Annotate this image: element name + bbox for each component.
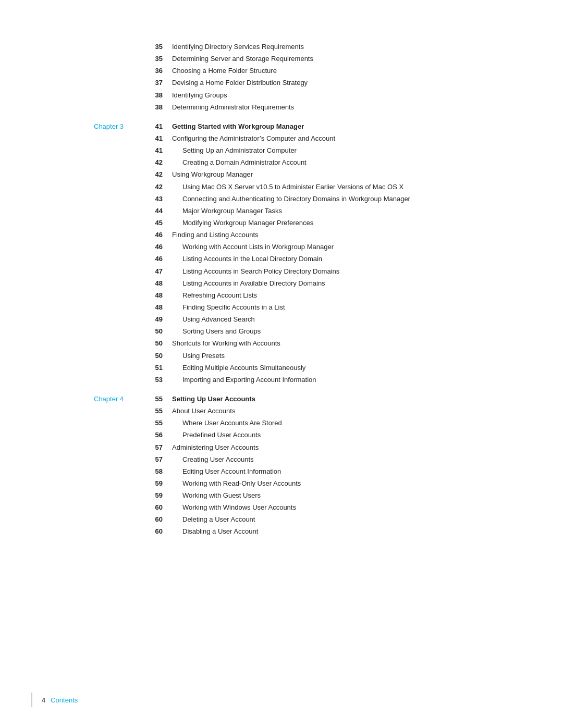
toc-entry-title: Working with Read-Only User Accounts	[172, 478, 469, 489]
chapter-label: Chapter 4	[94, 394, 146, 404]
toc-entry-title: Finding and Listing Accounts	[172, 230, 469, 240]
page-number: 46	[146, 230, 172, 240]
page-number: 57	[146, 454, 172, 465]
section-spacer	[94, 114, 469, 121]
toc-row: 45Modifying Workgroup Manager Preference…	[94, 218, 469, 228]
toc-row: 60Working with Windows User Accounts	[94, 502, 469, 513]
toc-row: 44Major Workgroup Manager Tasks	[94, 206, 469, 216]
page-number: 38	[146, 102, 172, 113]
toc-entry-title: Disabling a User Account	[172, 526, 469, 537]
toc-entry-title: Major Workgroup Manager Tasks	[172, 206, 469, 216]
toc-entry-title: Listing Accounts in Available Directory …	[172, 278, 469, 289]
page-number: 48	[146, 278, 172, 289]
toc-entry-title: Where User Accounts Are Stored	[172, 418, 469, 428]
toc-entry-title: Deleting a User Account	[172, 514, 469, 525]
toc-entry-title: Creating User Accounts	[172, 454, 469, 465]
page-number: 41	[146, 133, 172, 144]
toc-row: Chapter 455Setting Up User Accounts	[94, 394, 469, 404]
page-number: 55	[146, 406, 172, 416]
page-number: 58	[146, 466, 172, 477]
page-number: 53	[146, 375, 172, 385]
toc-row: 60Disabling a User Account	[94, 526, 469, 537]
toc-entry-title: Determining Server and Storage Requireme…	[172, 54, 469, 64]
toc-row: 60Deleting a User Account	[94, 514, 469, 525]
toc-row: 57Administering User Accounts	[94, 442, 469, 453]
toc-row: 42Using Workgroup Manager	[94, 169, 469, 180]
page-number: 55	[146, 418, 172, 428]
toc-row: 56Predefined User Accounts	[94, 430, 469, 440]
toc-entry-title: Using Presets	[172, 351, 469, 361]
page-number: 38	[146, 90, 172, 101]
toc-entry-title: Identifying Directory Services Requireme…	[172, 42, 469, 52]
toc-entry-title: Importing and Exporting Account Informat…	[172, 375, 469, 385]
toc-row: 35Identifying Directory Services Require…	[94, 42, 469, 52]
toc-row: 46Finding and Listing Accounts	[94, 230, 469, 240]
toc-entry-title: Determining Administrator Requirements	[172, 102, 469, 113]
toc-row: 42Creating a Domain Administrator Accoun…	[94, 157, 469, 168]
chapter-label: Chapter 3	[94, 121, 146, 132]
toc-entry-title: Administering User Accounts	[172, 442, 469, 453]
page-number: 59	[146, 478, 172, 489]
toc-row: 35Determining Server and Storage Require…	[94, 54, 469, 64]
page-number: 48	[146, 302, 172, 313]
toc-row: 48Refreshing Account Lists	[94, 290, 469, 301]
toc-row: 36Choosing a Home Folder Structure	[94, 66, 469, 76]
footer-divider	[31, 693, 32, 707]
toc-row: 55About User Accounts	[94, 406, 469, 416]
page-number: 60	[146, 526, 172, 537]
page-number: 49	[146, 314, 172, 325]
toc-row: 41Configuring the Administrator’s Comput…	[94, 133, 469, 144]
toc-entry-title: Configuring the Administrator’s Computer…	[172, 133, 469, 144]
toc-entry-title: Sorting Users and Groups	[172, 326, 469, 337]
page-number: 57	[146, 442, 172, 453]
toc-row: 55Where User Accounts Are Stored	[94, 418, 469, 428]
page-number: 56	[146, 430, 172, 440]
toc-row: 50Using Presets	[94, 351, 469, 361]
page-number: 41	[146, 145, 172, 156]
toc-entry-title: Modifying Workgroup Manager Preferences	[172, 218, 469, 228]
toc-row: 42Using Mac OS X Server v10.5 to Adminis…	[94, 182, 469, 192]
page-number: 41	[146, 121, 172, 132]
toc-row: 43Connecting and Authenticating to Direc…	[94, 194, 469, 204]
page-number: 36	[146, 66, 172, 76]
toc-row: 48Finding Specific Accounts in a List	[94, 302, 469, 313]
toc-entry-title: Connecting and Authenticating to Directo…	[172, 194, 469, 204]
page-number: 60	[146, 514, 172, 525]
footer: 4 Contents	[0, 693, 563, 707]
toc-entry-title: Creating a Domain Administrator Account	[172, 157, 469, 168]
toc-entry-title: Using Advanced Search	[172, 314, 469, 325]
toc-entry-title: Shortcuts for Working with Accounts	[172, 338, 469, 349]
page-number: 44	[146, 206, 172, 216]
page-number: 35	[146, 42, 172, 52]
toc-table: 35Identifying Directory Services Require…	[94, 42, 469, 537]
toc-entry-title: Refreshing Account Lists	[172, 290, 469, 301]
toc-row: 53Importing and Exporting Account Inform…	[94, 375, 469, 385]
toc-entry-title: Predefined User Accounts	[172, 430, 469, 440]
page-number: 43	[146, 194, 172, 204]
page-number: 50	[146, 351, 172, 361]
page-number: 60	[146, 502, 172, 513]
page-number: 35	[146, 54, 172, 64]
page-number: 59	[146, 490, 172, 501]
toc-entry-title: Devising a Home Folder Distribution Stra…	[172, 78, 469, 88]
toc-entry-title: Editing Multiple Accounts Simultaneously	[172, 363, 469, 373]
toc-entry-title: Listing Accounts in Search Policy Direct…	[172, 266, 469, 277]
footer-section-title: Contents	[51, 696, 78, 704]
page-number: 48	[146, 290, 172, 301]
toc-row: 48Listing Accounts in Available Director…	[94, 278, 469, 289]
toc-row: 37Devising a Home Folder Distribution St…	[94, 78, 469, 88]
page: 35Identifying Directory Services Require…	[0, 0, 563, 728]
toc-entry-title: Editing User Account Information	[172, 466, 469, 477]
toc-row: 46Listing Accounts in the Local Director…	[94, 254, 469, 264]
toc-entry-title: Choosing a Home Folder Structure	[172, 66, 469, 76]
page-number: 46	[146, 242, 172, 252]
toc-entry-title: Using Workgroup Manager	[172, 169, 469, 180]
toc-entry-title: Setting Up an Administrator Computer	[172, 145, 469, 156]
footer-page-number: 4	[42, 696, 45, 704]
page-number: 51	[146, 363, 172, 373]
toc-entry-title: Working with Account Lists in Workgroup …	[172, 242, 469, 252]
toc-entry-title: Getting Started with Workgroup Manager	[172, 121, 469, 132]
toc-row: 57Creating User Accounts	[94, 454, 469, 465]
page-number: 42	[146, 157, 172, 168]
toc-row: Chapter 341Getting Started with Workgrou…	[94, 121, 469, 132]
